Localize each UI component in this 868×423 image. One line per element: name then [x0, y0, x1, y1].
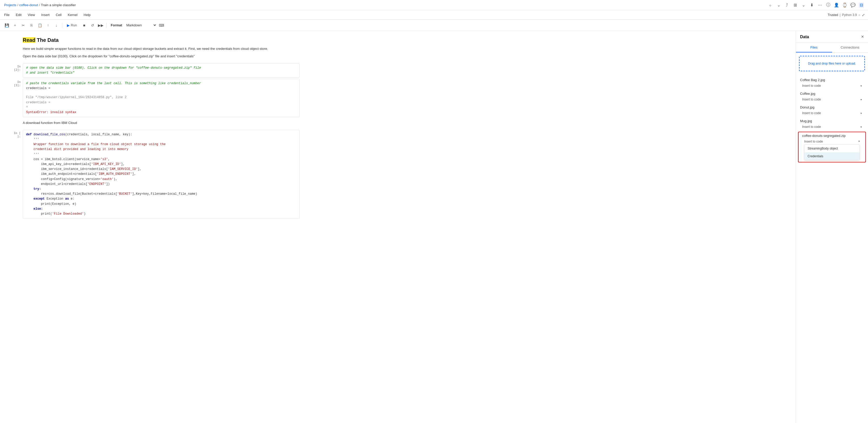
add-cell-button[interactable]: ＋ [11, 22, 19, 29]
table-icon[interactable]: ⊞ [793, 3, 798, 8]
cell3-trace1: File "/tmp/wsuser/ipykernel_164/28243148… [26, 95, 296, 100]
tab-files[interactable]: Files [796, 43, 832, 53]
breadcrumb-coffee-donut[interactable]: coffee-donut [20, 3, 38, 7]
separator: | [840, 13, 840, 17]
markdown-cell-title: Read The Data Here we build simple wrapp… [10, 35, 300, 63]
notebook-area[interactable]: Read The Data Here we build simple wrapp… [0, 31, 796, 423]
filter-icon[interactable]: ⬦ [768, 3, 773, 8]
insert-row-coffee[interactable]: Insert to code ▾ [800, 97, 864, 102]
insert-label-donut: Insert to code [802, 111, 821, 115]
file-name-donut: Donut.jpg [800, 105, 864, 109]
chevron-mug: ▾ [861, 126, 862, 128]
insert-row-mug[interactable]: Insert to code ▾ [800, 124, 864, 130]
menu-view[interactable]: View [27, 13, 36, 17]
panel-icon[interactable]: ⊟ [859, 3, 864, 8]
str-wrapper: Wrapper function to download a file from… [34, 142, 165, 146]
cell3-output: File "/tmp/wsuser/ipykernel_164/28243148… [23, 93, 300, 117]
cell2-body[interactable]: # open the data side bar (0100). Click o… [23, 63, 300, 78]
expand-icon[interactable]: ⤢ [862, 13, 865, 17]
cell3-error: SyntaxError: invalid syntax [26, 110, 296, 115]
breadcrumb: Projects / coffee-donut / Train a simple… [4, 3, 768, 7]
notebook-content: Read The Data Here we build simple wrapp… [0, 31, 310, 224]
fn-download: download_file_cos [34, 133, 65, 136]
menu-edit[interactable]: Edit [15, 13, 23, 17]
keyboard-button[interactable]: ⌨ [158, 22, 165, 29]
history-icon[interactable]: ⌚ [842, 3, 847, 8]
breadcrumb-sep1: / [17, 3, 18, 7]
top-nav-actions: ⬦ ⌄ ⤴ ⊞ ⌄ ⬇ ⋯ ⓘ 👤 ⌚ 💬 ⊟ [768, 3, 864, 8]
more-icon[interactable]: ⋯ [817, 3, 823, 8]
menu-cell[interactable]: Cell [55, 13, 63, 17]
kernel-label: Python 3.9 [842, 13, 857, 17]
cut-button[interactable]: ✂ [20, 22, 27, 29]
insert-label-coffee: Insert to code [802, 98, 821, 101]
dropdown-streaming[interactable]: StreamingBody object [804, 144, 860, 152]
restart-button[interactable]: ↺ [89, 22, 96, 29]
copy-button[interactable]: ⎘ [28, 22, 35, 29]
kw-else: else: [34, 207, 43, 211]
cell2-comment1: # open the data side bar (0100). Click o… [26, 66, 201, 70]
paste-button[interactable]: 📋 [36, 22, 43, 29]
kernel-status-icon: ○ [859, 13, 860, 17]
move-down-button[interactable]: ↓ [53, 22, 60, 29]
main-layout: Read The Data Here we build simple wrapp… [0, 31, 868, 423]
str-iam: 'IAM_SERVICE_ID' [108, 167, 138, 171]
insert-row-donut[interactable]: Insert to code ▾ [800, 110, 864, 116]
para1: Here we build simple wrapper functions t… [23, 46, 300, 52]
markdown-cell-download: A download function from IBM Cloud [10, 118, 300, 130]
menu-help[interactable]: Help [83, 13, 92, 17]
cell4-label: In [ ]: [10, 130, 23, 219]
chevron-down2-icon[interactable]: ⌄ [801, 3, 806, 8]
file-name-zip: coffee-donuts-segregated.zip [802, 134, 862, 138]
cell4-body[interactable]: def download_file_cos(credentials, local… [23, 130, 300, 219]
info-icon[interactable]: ⓘ [826, 3, 831, 8]
chevron-coffee-bag: ▾ [861, 85, 862, 87]
right-panel: Data × Files Connections Drag and drop f… [796, 31, 868, 423]
panel-close-button[interactable]: × [861, 34, 864, 39]
kw-def: def [26, 133, 32, 136]
stop-button[interactable]: ■ [81, 22, 88, 29]
cell3-body[interactable]: # paste the credentials variable from th… [23, 79, 300, 117]
move-up-button[interactable]: ↑ [44, 22, 52, 29]
file-item-donut: Donut.jpg Insert to code ▾ [796, 104, 868, 118]
menu-kernel[interactable]: Kernel [67, 13, 79, 17]
toolbar-sep2 [106, 23, 107, 28]
cell3-comment: # paste the credentials variable from th… [26, 82, 201, 85]
top-nav: Projects / coffee-donut / Train a simple… [0, 0, 868, 10]
insert-label-zip: Insert to code [804, 140, 823, 143]
save-button[interactable]: 💾 [3, 22, 10, 29]
panel-header: Data × [796, 31, 868, 43]
toolbar: 💾 ＋ ✂ ⎘ 📋 ↑ ↓ ▶ Run ■ ↺ ▶▶ Format Markdo… [0, 20, 868, 31]
cell2-comment2: # and insert "credentials" [26, 71, 74, 75]
menu-insert[interactable]: Insert [40, 13, 51, 17]
chevron-coffee: ▾ [861, 98, 862, 101]
cell4-code[interactable]: def download_file_cos(credentials, local… [23, 130, 300, 219]
chevron-down-icon[interactable]: ⌄ [776, 3, 781, 8]
dropdown-credentials[interactable]: Credentials [804, 152, 860, 160]
insert-row-zip[interactable]: Insert to code ▴ [802, 139, 862, 144]
cell2-code[interactable]: # open the data side bar (0100). Click o… [23, 64, 300, 77]
run-button[interactable]: ▶ Run [64, 22, 80, 28]
upload-area[interactable]: Drag and drop files here or upload. [799, 56, 865, 71]
person-icon[interactable]: 👤 [834, 3, 839, 8]
cell3-code[interactable]: # paste the credentials variable from th… [23, 79, 300, 93]
kw-except: except [34, 197, 45, 201]
insert-row-coffee-bag[interactable]: Insert to code ▾ [800, 83, 864, 89]
file-name-coffee: Coffee.jpg [800, 92, 864, 96]
menu-bar: File Edit View Insert Cell Kernel Help T… [0, 10, 868, 20]
download-para: A download function from IBM Cloud [23, 120, 300, 126]
tab-connections[interactable]: Connections [832, 43, 868, 53]
menu-file[interactable]: File [3, 13, 10, 17]
comment-icon[interactable]: 💬 [850, 3, 856, 8]
kw-as: as [65, 197, 69, 201]
share-icon[interactable]: ⤴ [784, 3, 789, 8]
format-select[interactable]: Markdown Code Raw NBConvert Heading [123, 22, 157, 28]
trusted-badge: Trusted | Python 3.9 ○ ⤢ [828, 13, 865, 17]
breadcrumb-projects[interactable]: Projects [4, 3, 16, 7]
insert-label-mug: Insert to code [802, 125, 821, 129]
toolbar-sep1 [62, 23, 62, 28]
restart-run-button[interactable]: ▶▶ [97, 22, 104, 29]
download-icon[interactable]: ⬇ [809, 3, 814, 8]
run-label: Run [71, 23, 77, 27]
insert-dropdown-zip: StreamingBody object Credentials [804, 144, 860, 160]
